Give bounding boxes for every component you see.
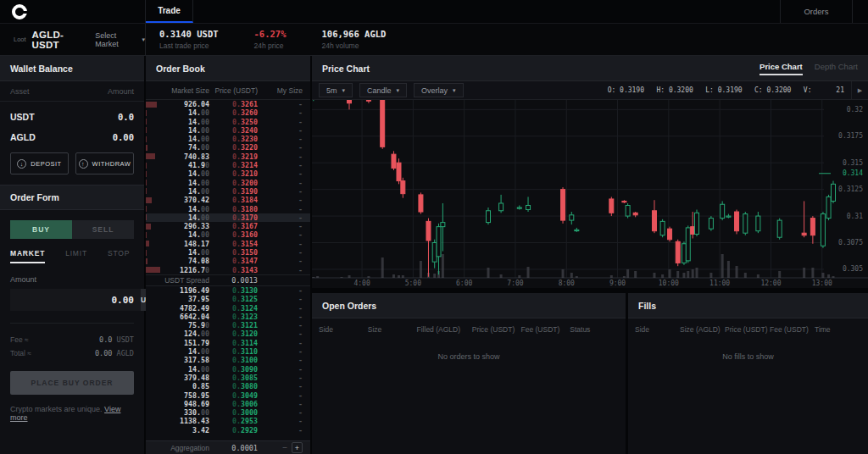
ask-row[interactable]: 14.000.3210-: [146, 169, 310, 178]
scroll-to-latest-button[interactable]: ▶: [851, 81, 868, 99]
ask-row[interactable]: 74.080.3147-: [146, 257, 310, 265]
bid-row[interactable]: 1196.490.3130-: [146, 286, 310, 295]
ask-row[interactable]: 740.830.3219-: [146, 152, 310, 161]
row-price: 0.3150: [209, 248, 258, 257]
ask-row[interactable]: 14.000.3180-: [146, 205, 310, 213]
depth-bar: [146, 163, 147, 169]
aggregation-increase-icon[interactable]: +: [292, 442, 303, 453]
bid-row[interactable]: 151.790.3114-: [146, 339, 310, 347]
ask-row[interactable]: 148.170.3154-: [146, 240, 310, 248]
price-chart-canvas[interactable]: 0.320.31750.3150.31250.310.30750.3054:00…: [312, 100, 868, 288]
svg-text:0.3175: 0.3175: [838, 132, 863, 140]
interval-value: 5m: [326, 86, 337, 95]
interval-dropdown[interactable]: 5m ▾: [319, 83, 353, 97]
row-size: 317.58: [146, 356, 209, 364]
bid-row[interactable]: 75.900.3121-: [146, 321, 310, 329]
bid-row[interactable]: 124.000.3120-: [146, 329, 310, 338]
amount-input[interactable]: [10, 289, 141, 311]
sell-tab[interactable]: SELL: [72, 220, 134, 239]
market-selector[interactable]: Loot AGLD-USDT Select Market ▾: [0, 24, 146, 55]
ask-row[interactable]: 74.000.3220-: [146, 143, 310, 152]
column-header: Time: [815, 325, 860, 334]
buy-tab[interactable]: BUY: [10, 220, 72, 239]
tab-price-chart[interactable]: Price Chart: [760, 62, 803, 75]
svg-text:12:00: 12:00: [760, 280, 781, 287]
total-unit: AGLD: [117, 349, 134, 357]
row-price: 0.2953: [209, 417, 258, 425]
svg-text:0.305: 0.305: [843, 265, 863, 273]
ask-row[interactable]: 296.330.3167-: [146, 222, 310, 230]
bid-row[interactable]: 317.580.3100-: [146, 356, 310, 364]
tab-stop[interactable]: STOP: [108, 249, 130, 263]
aggregation-decrease-icon[interactable]: −: [282, 443, 287, 452]
chart-area: 0.320.31750.3150.31250.310.30750.3054:00…: [312, 100, 868, 288]
ask-row[interactable]: 14.000.3230-: [146, 135, 310, 143]
svg-text:0.3075: 0.3075: [838, 239, 863, 246]
aggregation-value: 0.0001: [209, 444, 258, 452]
ask-row[interactable]: 14.000.3250-: [146, 118, 310, 126]
row-price: 0.3049: [209, 391, 258, 400]
deposit-label: DEPOSIT: [31, 160, 61, 168]
place-buy-order-button[interactable]: PLACE BUY ORDER: [10, 371, 134, 395]
tab-depth-chart[interactable]: Depth Chart: [815, 62, 858, 75]
wallet-col-amount: Amount: [108, 87, 134, 96]
tab-limit[interactable]: LIMIT: [65, 249, 87, 263]
ask-row[interactable]: 41.900.3214-: [146, 161, 310, 169]
main-layout: Wallet Balance Asset Amount USDT 0.0 AGL…: [0, 56, 868, 454]
ask-row[interactable]: 14.000.3170-: [146, 213, 310, 222]
ask-row[interactable]: 14.000.3190-: [146, 187, 310, 196]
row-my-size: -: [258, 143, 303, 152]
svg-text:0.314: 0.314: [843, 169, 863, 177]
row-my-size: -: [258, 374, 303, 382]
ask-row[interactable]: 14.000.3200-: [146, 179, 310, 187]
row-price: 0.3180: [209, 205, 258, 213]
bid-row[interactable]: 6642.040.3123-: [146, 313, 310, 321]
depth-bar: [146, 171, 147, 177]
ask-row[interactable]: 1216.700.3143-: [146, 266, 310, 274]
bid-row[interactable]: 3.420.2929-: [146, 426, 310, 435]
bid-row[interactable]: 758.950.3049-: [146, 391, 310, 400]
ask-row[interactable]: 14.000.3260-: [146, 108, 310, 117]
row-price: 0.3000: [209, 408, 258, 417]
bid-row[interactable]: 330.000.3000-: [146, 408, 310, 417]
ask-row[interactable]: 926.040.3261-: [146, 100, 310, 108]
deposit-button[interactable]: ↓ DEPOSIT: [10, 152, 69, 174]
row-price: 0.3230: [209, 135, 258, 143]
svg-text:0.32: 0.32: [847, 106, 863, 114]
bid-row[interactable]: 14.000.3090-: [146, 365, 310, 374]
open-orders-panel: Open Orders SideSizeFilled (AGLD)Price (…: [312, 293, 628, 454]
bid-row[interactable]: 4782.490.3124-: [146, 304, 310, 313]
ask-row[interactable]: 14.000.3160-: [146, 230, 310, 239]
bid-row[interactable]: 379.480.3085-: [146, 374, 310, 382]
chart-type-dropdown[interactable]: Candle ▾: [359, 83, 407, 97]
ask-row[interactable]: 14.000.3240-: [146, 126, 310, 135]
depth-bar: [146, 180, 147, 185]
tab-trade[interactable]: Trade: [146, 0, 193, 23]
spread-label: USDT Spread: [146, 276, 209, 285]
row-size: 379.48: [146, 374, 209, 382]
depth-bar: [146, 232, 147, 238]
bid-row[interactable]: 1138.430.2953-: [146, 417, 310, 425]
withdraw-button[interactable]: ↑ WITHDRAW: [75, 152, 134, 174]
row-size: 14.00: [146, 118, 209, 126]
bid-row[interactable]: 0.850.3080-: [146, 382, 310, 390]
withdraw-label: WITHDRAW: [92, 160, 131, 168]
chevron-down-icon: ▾: [142, 36, 145, 43]
amount-field-wrap: USDT: [10, 289, 134, 311]
bid-row[interactable]: 948.690.3006-: [146, 400, 310, 408]
row-size: 3.42: [146, 426, 209, 435]
depth-bar: [146, 153, 155, 159]
bid-row[interactable]: 37.950.3125-: [146, 295, 310, 303]
ask-row[interactable]: 370.420.3184-: [146, 196, 310, 204]
bid-row[interactable]: 14.000.3110-: [146, 347, 310, 356]
topbar-orders-link[interactable]: Orders: [780, 0, 853, 23]
row-size: 4782.49: [146, 304, 209, 313]
coinbase-logo-icon[interactable]: [12, 4, 27, 19]
wallet-col-asset: Asset: [10, 87, 30, 96]
row-my-size: -: [258, 118, 303, 126]
overlay-dropdown[interactable]: Overlay ▾: [414, 83, 464, 97]
ask-row[interactable]: 14.000.3150-: [146, 248, 310, 257]
column-header: Size (AGLD): [680, 325, 725, 334]
tab-market[interactable]: MARKET: [10, 249, 45, 263]
spread-value: 0.0013: [209, 276, 258, 285]
